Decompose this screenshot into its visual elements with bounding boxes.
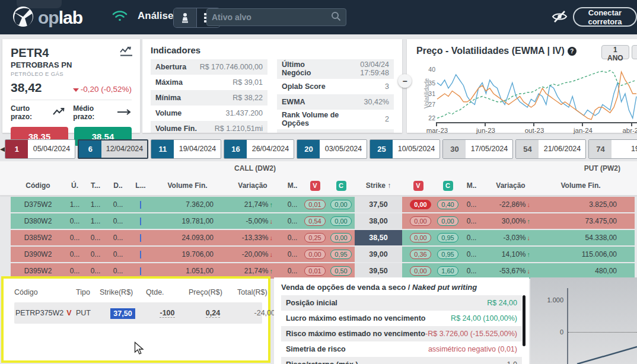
v-badge[interactable]: V — [310, 181, 320, 191]
sell-price-pill[interactable]: 0,00 — [410, 200, 431, 209]
variation: -13,33% — [223, 234, 282, 242]
expiry-date: 10/05/2024 — [393, 140, 439, 158]
col-ultimo[interactable]: Ú. — [65, 181, 84, 190]
indicator-value: 30,42% — [364, 98, 389, 106]
buy-price-pill[interactable]: 0,00 — [330, 200, 352, 209]
expiration-tab[interactable]: 54 21/06/2024 — [515, 139, 586, 159]
caret-down-icon — [73, 88, 79, 92]
oplab-logo[interactable]: oplab — [12, 5, 82, 30]
option-chain-row[interactable]: D390W2 0... 0... 0... 19.706,00 -20,00% … — [11, 247, 635, 262]
order-strike-field[interactable]: 37,50 — [100, 308, 146, 318]
col-codigo[interactable]: Código — [11, 181, 65, 190]
order-price-field[interactable]: 0,24 — [189, 309, 237, 317]
sort-asc-icon: ↑ — [387, 181, 391, 190]
buy-price-pill[interactable]: 0,00 — [330, 233, 352, 242]
sell-price-pill[interactable]: 0,00 — [304, 250, 326, 259]
eye-off-icon[interactable] — [552, 9, 568, 26]
expiry-date: 26/04/2024 — [247, 140, 294, 158]
liquidity-cell — [129, 251, 152, 258]
short-term-label: Curto prazo: — [11, 104, 47, 121]
c-badge[interactable]: C — [443, 181, 453, 191]
buy-price-pill[interactable]: 0,95 — [437, 250, 458, 259]
strike-cell[interactable]: 39,00 — [355, 247, 402, 262]
sell-price-pill[interactable]: 0,00 — [410, 266, 431, 276]
connect-broker-button[interactable]: Conectar corretora — [573, 7, 637, 27]
x-tick: out-23 — [525, 127, 544, 134]
v-badge[interactable]: V — [413, 181, 423, 191]
buy-price-pill[interactable]: 0,95 — [437, 233, 458, 242]
y-tick: 22 — [419, 114, 435, 122]
pawn-view-button[interactable] — [174, 8, 197, 27]
expiration-tab[interactable]: 30 17/05/2024 — [442, 139, 513, 159]
asset-price: 38,42 — [11, 81, 42, 95]
strategy-row: Risco/retorno (máx.) 1,0 — [281, 357, 522, 364]
help-icon[interactable]: ? — [568, 47, 577, 56]
asset-card: PETR4 PETROBRAS PN PETRÓLEO E GÁS 38,42 … — [2, 39, 140, 133]
buy-price-pill[interactable]: 0,00 — [330, 216, 352, 226]
expiration-tab[interactable]: 25 10/05/2024 — [370, 139, 440, 159]
indicator-value: R$ 39,01 — [232, 78, 263, 87]
range-6m-button[interactable]: 6 — [632, 45, 637, 59]
strike-cell[interactable]: 38,00 — [355, 213, 402, 229]
option-chain-row[interactable]: D385W2 0... 0... 0... 24.093,00 -13,33% … — [11, 230, 635, 245]
sell-price-pill[interactable]: 0,01 — [304, 266, 326, 276]
expiration-tab[interactable]: 16 26/04/2024 — [224, 139, 294, 159]
expiration-tab[interactable]: 11 19/04/2024 — [151, 139, 221, 159]
sell-price-pill[interactable]: 0,00 — [410, 233, 431, 242]
strike-cell[interactable]: 39,50 — [355, 263, 402, 279]
order-qty-field[interactable]: -100 — [146, 309, 189, 317]
sell-price-pill[interactable]: 0,54 — [304, 216, 326, 226]
expiry-date: 17/05/2024 — [466, 140, 512, 158]
asset-name: PETROBRAS PN — [11, 60, 132, 69]
indicator-row: Volume 31.437.200 — [151, 106, 267, 121]
strategy-label: Simetria de risco — [286, 345, 346, 353]
col-variacao[interactable]: Variação — [482, 181, 540, 190]
buy-price-pill[interactable]: 0,95 — [330, 250, 352, 259]
buy-price-pill[interactable]: 1,60 — [437, 266, 458, 276]
c-badge[interactable]: C — [336, 181, 346, 191]
col-m[interactable]: M.. — [461, 181, 482, 190]
indicator-row: Abertura R$ 170.746.000,00 — [151, 59, 267, 75]
sell-price-pill[interactable]: 0,36 — [410, 250, 431, 259]
range-1y-button[interactable]: 1 ANO — [601, 45, 629, 59]
sell-price-pill[interactable]: 0,25 — [304, 233, 326, 242]
chart-line-icon[interactable] — [120, 46, 133, 59]
strategy-row: Lucro máximo estimado no vencimento R$ 2… — [281, 311, 522, 326]
sell-price-pill[interactable]: 0,00 — [410, 216, 431, 226]
indicator-row: Beta (ß) 0,96 — [277, 129, 394, 133]
strike-cell[interactable]: 37,50 — [355, 197, 402, 212]
expiration-tab[interactable]: 74 19 — [588, 139, 637, 159]
col-strike[interactable]: Strike ↑ — [355, 181, 402, 190]
indicator-label: Volume — [155, 109, 181, 117]
wifi-icon — [112, 9, 128, 25]
col-volume-fin[interactable]: Volume Fin. — [152, 181, 223, 190]
col-variacao[interactable]: Variação — [223, 181, 282, 190]
option-chain-row[interactable]: D375W2 1... 1... 0... 7.362,00 21,74% 0.… — [11, 197, 635, 212]
col-delta[interactable]: D.. — [107, 181, 129, 190]
search-input[interactable] — [212, 12, 331, 22]
expirations-bar: ◀ 1 05/04/2024 6 12/04/2024 11 19/04/202… — [0, 138, 637, 160]
variation: -53,67% — [482, 267, 540, 275]
option-chain-row[interactable]: D380W2 0... 1... 0... 19.781,00 -5,00% 0… — [11, 213, 635, 229]
collapse-handle[interactable]: − — [398, 74, 412, 88]
buy-price-pill[interactable]: 0,50 — [330, 266, 352, 276]
expiration-tab[interactable]: 1 05/04/2024 — [5, 139, 75, 159]
buy-price-pill[interactable]: 0,40 — [437, 200, 458, 209]
chevron-left-icon[interactable]: ◀ — [0, 145, 5, 153]
indicator-value: 03/04/24 17:59:48 — [333, 60, 389, 77]
buy-price-pill[interactable]: 0,00 — [437, 216, 458, 226]
col-volume-fin[interactable]: Volume Fin. — [540, 181, 637, 190]
chess-pawn-icon — [181, 12, 189, 23]
col-liquidez[interactable]: L... — [129, 181, 152, 190]
call-side: D375W2 1... 1... 0... 7.362,00 21,74% 0.… — [11, 197, 355, 212]
strike-cell[interactable]: 38,50 — [355, 230, 402, 245]
sell-price-pill[interactable]: 0,01 — [304, 200, 326, 209]
col-m[interactable]: M.. — [282, 181, 302, 190]
scrollbar-thumb[interactable] — [523, 295, 525, 346]
expiration-tab[interactable]: 6 12/04/2024 — [78, 139, 148, 159]
col-teorico[interactable]: T... — [84, 181, 107, 190]
volatility-plot[interactable] — [437, 66, 636, 121]
strategy-title: Venda de opções de venda a seco / Naked … — [281, 283, 522, 292]
payoff-line — [530, 277, 637, 364]
expiration-tab[interactable]: 20 03/05/2024 — [297, 139, 367, 159]
